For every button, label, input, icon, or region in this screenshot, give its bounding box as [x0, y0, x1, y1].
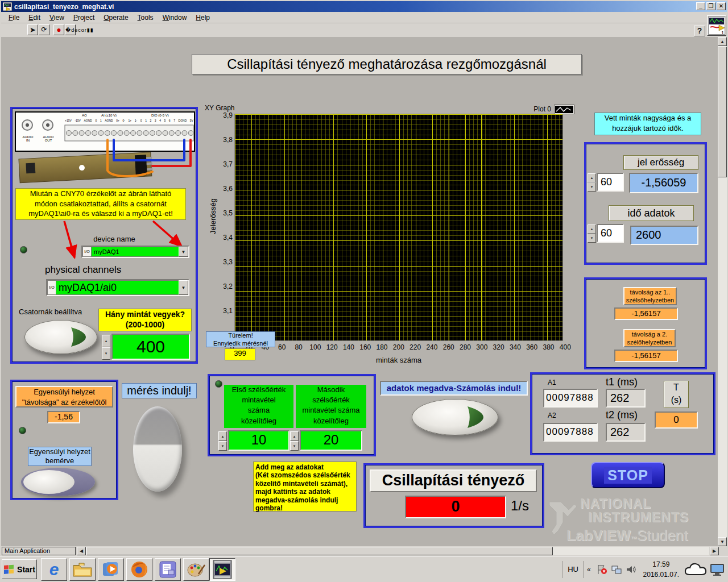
- equilibrium-measured-switch[interactable]: [21, 468, 95, 496]
- pin-labels: +15V-15VAGND01AGND0+0-1+1-01234567DGND5V: [65, 119, 193, 122]
- second-extreme-value[interactable]: 20: [300, 430, 362, 451]
- second-extreme-spinner[interactable]: ▲▼: [290, 431, 299, 451]
- decrement-icon[interactable]: ▼: [290, 441, 299, 451]
- t2-label: t2 (ms): [606, 409, 638, 421]
- menu-item[interactable]: Edit: [24, 13, 44, 23]
- decrement-icon[interactable]: ▼: [218, 441, 227, 451]
- x-tick: 360: [526, 343, 537, 351]
- window-titlebar[interactable]: csillapitasi_tenyezo_meghat.vi _ ❐ ✕: [1, 1, 727, 12]
- run-continuous-button[interactable]: ⟳: [39, 24, 49, 35]
- signal-panel: jel erősség ▲▼ 60 -1,56059 idő adatok ▲▼…: [584, 142, 707, 265]
- scroll-right-icon[interactable]: ▶: [710, 547, 719, 555]
- time-index-value[interactable]: 60: [597, 224, 624, 243]
- x-tick: 180: [377, 343, 388, 351]
- distance2-label: távolság a 2. szélőhelyzetben: [623, 329, 676, 347]
- close-button[interactable]: ✕: [717, 2, 726, 10]
- green-arrow-icon: [71, 327, 86, 347]
- physical-channels-value[interactable]: myDAQ1/ai0: [56, 280, 179, 295]
- language-indicator[interactable]: HU: [562, 561, 584, 578]
- channels-set-button[interactable]: [24, 320, 97, 354]
- increment-icon[interactable]: ▲: [102, 335, 110, 347]
- scroll-up-icon[interactable]: ▲: [718, 37, 727, 46]
- extremes-panel: Első szélsőérték mintavétel száma közelí…: [208, 374, 376, 456]
- vi-icon[interactable]: 1: [707, 15, 726, 36]
- decrement-icon[interactable]: ▼: [588, 234, 596, 243]
- taskbar-firefox-button[interactable]: [126, 558, 152, 581]
- menu-item[interactable]: Tools: [134, 13, 158, 23]
- network-icon[interactable]: [611, 564, 622, 575]
- taskbar-office-button[interactable]: [155, 558, 181, 581]
- firefox-icon: [130, 560, 148, 579]
- menu-item[interactable]: Window: [159, 13, 191, 23]
- system-tray: HU « 17:59 2016.01.07.: [562, 558, 727, 581]
- display-icon[interactable]: [710, 562, 725, 577]
- menubar: FileEditViewProjectOperateToolsWindowHel…: [1, 12, 727, 23]
- physical-channels-dropdown-arrow[interactable]: ▼: [179, 280, 188, 295]
- window-title: csillapitasi_tenyezo_meghat.vi: [14, 3, 114, 11]
- pause-button[interactable]: �decor▮▮: [65, 24, 76, 35]
- menu-item[interactable]: Help: [192, 13, 214, 23]
- taskbar-paint-button[interactable]: [183, 558, 209, 581]
- taskbar-labview-button[interactable]: [209, 558, 235, 581]
- minimize-button[interactable]: _: [696, 2, 705, 10]
- taskbar-ie-button[interactable]: e: [41, 558, 67, 581]
- increment-icon[interactable]: ▲: [290, 431, 299, 441]
- vertical-scrollbar[interactable]: ▲ ▼: [718, 37, 727, 546]
- speaker-icon[interactable]: [626, 564, 637, 575]
- scrollbar-thumb[interactable]: [86, 547, 553, 555]
- t2-value: 262: [606, 423, 646, 442]
- menu-item[interactable]: File: [5, 13, 23, 23]
- measure-start-button[interactable]: [133, 406, 182, 492]
- audio-in-label: AUDIO IN: [19, 135, 36, 142]
- pin-label: 6: [169, 119, 171, 122]
- start-button[interactable]: Start: [2, 559, 37, 579]
- samples-spinner[interactable]: ▲▼: [102, 335, 110, 360]
- menu-item[interactable]: Operate: [100, 13, 132, 23]
- data-given-label: adatok megadva-Számolás indul!: [380, 381, 528, 396]
- increment-icon[interactable]: ▲: [588, 225, 596, 234]
- restore-button[interactable]: ❐: [706, 2, 715, 10]
- menu-item[interactable]: Project: [69, 13, 98, 23]
- stop-button[interactable]: STOP: [591, 462, 665, 488]
- increment-icon[interactable]: ▲: [588, 173, 596, 182]
- plot-area[interactable]: [234, 114, 563, 341]
- security-alert-flag-icon[interactable]: [596, 564, 607, 575]
- plot-legend[interactable]: Plot 0: [533, 104, 574, 114]
- taskbar-mediaplayer-button[interactable]: [98, 558, 124, 581]
- scrollbar-thumb[interactable]: [718, 47, 727, 177]
- clock[interactable]: 17:59 2016.01.07.: [639, 559, 684, 580]
- labview-icon: [213, 560, 232, 579]
- horizontal-scrollbar[interactable]: [86, 547, 709, 555]
- time-index-spinner[interactable]: ▲▼: [588, 225, 596, 243]
- stop-label: STOP: [604, 467, 652, 484]
- data-given-button[interactable]: [412, 399, 498, 435]
- taskbar-folder-button[interactable]: [69, 558, 96, 581]
- first-extreme-value[interactable]: 10: [228, 430, 289, 451]
- abort-button[interactable]: ●: [53, 24, 64, 35]
- signal-index-value[interactable]: 60: [597, 173, 624, 192]
- device-name-value[interactable]: myDAQ1: [92, 247, 179, 257]
- pin-label: 5V: [190, 119, 193, 122]
- context-box[interactable]: Main Application Instance: [2, 547, 76, 555]
- pin-label: DGND: [179, 119, 187, 122]
- help-button[interactable]: ?: [694, 26, 705, 36]
- chevron-up-icon[interactable]: «: [584, 566, 594, 573]
- io-glyph: I/O: [47, 280, 56, 295]
- increment-icon[interactable]: ▲: [218, 431, 227, 441]
- switch-knob[interactable]: [23, 470, 75, 494]
- run-button[interactable]: ➤: [27, 24, 38, 35]
- pin-label: 4: [159, 119, 161, 122]
- scroll-left-icon[interactable]: ◀: [77, 547, 86, 555]
- scroll-down-icon[interactable]: ▼: [718, 537, 727, 546]
- decrement-icon[interactable]: ▼: [102, 347, 110, 360]
- decrement-icon[interactable]: ▼: [588, 182, 596, 192]
- first-extreme-spinner[interactable]: ▲▼: [218, 431, 227, 451]
- physical-channels-combo[interactable]: I/O myDAQ1/ai0 ▼: [46, 279, 189, 296]
- menu-item[interactable]: View: [46, 13, 68, 23]
- signal-index-spinner[interactable]: ▲▼: [588, 173, 596, 192]
- device-name-combo[interactable]: I/O myDAQ1 ▼: [81, 246, 189, 258]
- x-tick: 240: [426, 343, 437, 351]
- device-name-dropdown-arrow[interactable]: ▼: [179, 247, 188, 257]
- samples-count-value[interactable]: 400: [111, 334, 190, 360]
- cloud-icon[interactable]: [684, 561, 708, 578]
